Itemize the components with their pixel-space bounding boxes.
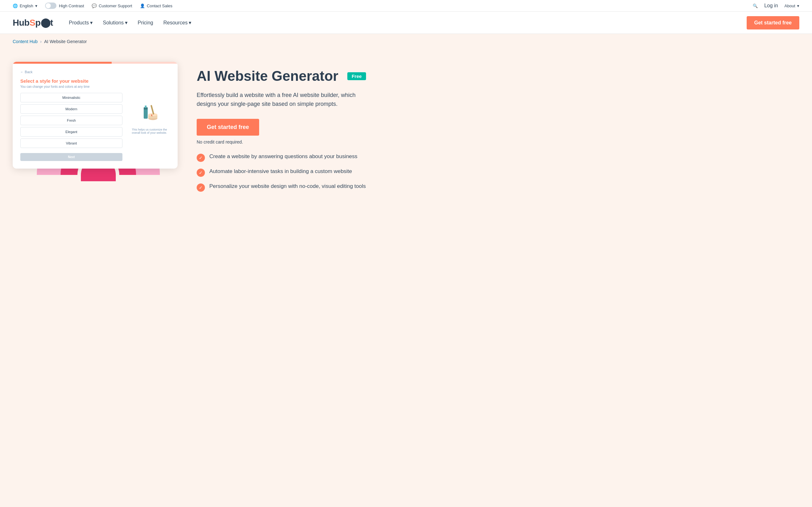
style-option-fresh[interactable]: Fresh — [20, 116, 122, 125]
logo-rest: p⬤t — [35, 18, 53, 27]
preview-title: Select a style for your website — [20, 78, 122, 83]
contact-sales-label: Contact Sales — [147, 3, 172, 8]
breadcrumb-current: AI Website Generator — [44, 39, 87, 44]
about-label: About — [784, 3, 795, 8]
svg-rect-0 — [144, 108, 148, 118]
check-icon-3: ✓ — [197, 183, 205, 192]
top-bar: 🌐 English ▾ High Contrast 💬 Customer Sup… — [0, 0, 812, 12]
style-option-elegant[interactable]: Elegant — [20, 127, 122, 136]
svg-rect-2 — [145, 106, 147, 108]
style-option-vibrant[interactable]: Vibrant — [20, 138, 122, 148]
breadcrumb-parent-link[interactable]: Content Hub — [13, 39, 38, 44]
preview-title-suffix: for your website — [50, 78, 89, 83]
svg-rect-8 — [81, 175, 116, 181]
preview-caption: This helps us customize the overall look… — [129, 128, 170, 134]
nav-right: Get started free — [747, 16, 799, 30]
logo[interactable]: HubSp⬤t — [13, 17, 53, 28]
resources-menu[interactable]: Resources ▾ — [159, 17, 196, 28]
hero-badge: Free — [347, 72, 366, 80]
main-nav: HubSp⬤t Products ▾ Solutions ▾ Pricing R… — [0, 12, 812, 34]
about-chevron-icon: ▾ — [797, 3, 799, 8]
language-label: English — [20, 3, 33, 8]
customer-support-label: Customer Support — [99, 3, 132, 8]
nav-links: Products ▾ Solutions ▾ Pricing Resources… — [64, 17, 196, 28]
chevron-down-icon: ▾ — [35, 3, 38, 8]
no-credit-card-text: No credit card required. — [197, 139, 393, 145]
check-icon-2: ✓ — [197, 169, 205, 177]
solutions-label: Solutions — [103, 20, 124, 26]
solutions-chevron-icon: ▾ — [125, 20, 128, 26]
preview-back-link[interactable]: ← Back — [20, 70, 122, 74]
products-label: Products — [69, 20, 89, 26]
hero-title: AI Website Generator Free — [197, 68, 393, 84]
feature-text-3: Personalize your website design with no-… — [209, 183, 366, 189]
globe-icon: 🌐 — [13, 3, 18, 8]
logo-text: HubSp⬤t — [13, 17, 53, 28]
style-option-minimalistic[interactable]: Minimalistic — [20, 93, 122, 102]
preview-card-body: ← Back Select a style for your website Y… — [13, 64, 177, 169]
feature-text-2: Automate labor-intensive tasks in buildi… — [209, 168, 352, 175]
hero-right: AI Website Generator Free Effortlessly b… — [197, 62, 393, 198]
nav-left: HubSp⬤t Products ▾ Solutions ▾ Pricing R… — [13, 17, 196, 28]
top-bar-left: 🌐 English ▾ High Contrast 💬 Customer Sup… — [13, 3, 172, 9]
feature-item-3: ✓ Personalize your website design with n… — [197, 183, 393, 192]
hero-description: Effortlessly build a website with a free… — [197, 91, 368, 109]
solutions-menu[interactable]: Solutions ▾ — [98, 17, 132, 28]
products-chevron-icon: ▾ — [90, 20, 93, 26]
high-contrast-label: High Contrast — [59, 3, 84, 8]
login-link[interactable]: Log in — [764, 3, 778, 9]
preview-illustration: This helps us customize the overall look… — [129, 70, 170, 161]
person-icon: 👤 — [140, 3, 145, 8]
pricing-link[interactable]: Pricing — [133, 17, 158, 28]
hero-cta-button[interactable]: Get started free — [197, 119, 259, 135]
contact-sales-link[interactable]: 👤 Contact Sales — [140, 3, 172, 8]
check-icon-1: ✓ — [197, 154, 205, 162]
top-bar-right: 🔍 Log in About ▾ — [753, 3, 799, 9]
hero-section: ✦ ✦ ← Back Select a style for your websi… — [0, 49, 812, 507]
language-selector[interactable]: 🌐 English ▾ — [13, 3, 38, 8]
about-menu[interactable]: About ▾ — [784, 3, 799, 8]
toggle-knob — [46, 3, 51, 8]
preview-next-button[interactable]: Next — [20, 153, 122, 161]
resources-label: Resources — [163, 20, 188, 26]
preview-title-style: style — [40, 78, 50, 83]
high-contrast-toggle-wrap: High Contrast — [45, 3, 84, 9]
search-button[interactable]: 🔍 — [753, 3, 758, 8]
nav-get-started-button[interactable]: Get started free — [747, 16, 799, 30]
products-menu[interactable]: Products ▾ — [64, 17, 97, 28]
style-option-modern[interactable]: Modern — [20, 104, 122, 114]
preview-form: ← Back Select a style for your website Y… — [20, 70, 122, 161]
breadcrumb-separator: › — [40, 39, 42, 44]
high-contrast-toggle[interactable] — [45, 3, 56, 9]
feature-text-1: Create a website by answering questions … — [209, 153, 357, 160]
breadcrumb: Content Hub › AI Website Generator — [0, 34, 812, 49]
feature-item-1: ✓ Create a website by answering question… — [197, 153, 393, 162]
preview-subtitle: You can change your fonts and colors at … — [20, 85, 122, 89]
feature-item-2: ✓ Automate labor-intensive tasks in buil… — [197, 168, 393, 177]
customer-support-link[interactable]: 💬 Customer Support — [92, 3, 132, 8]
hero-left: ✦ ✦ ← Back Select a style for your websi… — [13, 62, 177, 175]
svg-rect-6 — [150, 105, 154, 115]
headset-icon: 💬 — [92, 3, 97, 8]
logo-dot: S — [30, 18, 35, 27]
feature-list: ✓ Create a website by answering question… — [197, 153, 393, 192]
hero-title-text: AI Website Generator — [197, 68, 339, 84]
preview-title-prefix: Select a — [20, 78, 40, 83]
cosmetics-illustration — [135, 97, 164, 125]
preview-card: ← Back Select a style for your website Y… — [13, 62, 177, 169]
resources-chevron-icon: ▾ — [189, 20, 191, 26]
pricing-label: Pricing — [138, 20, 153, 26]
